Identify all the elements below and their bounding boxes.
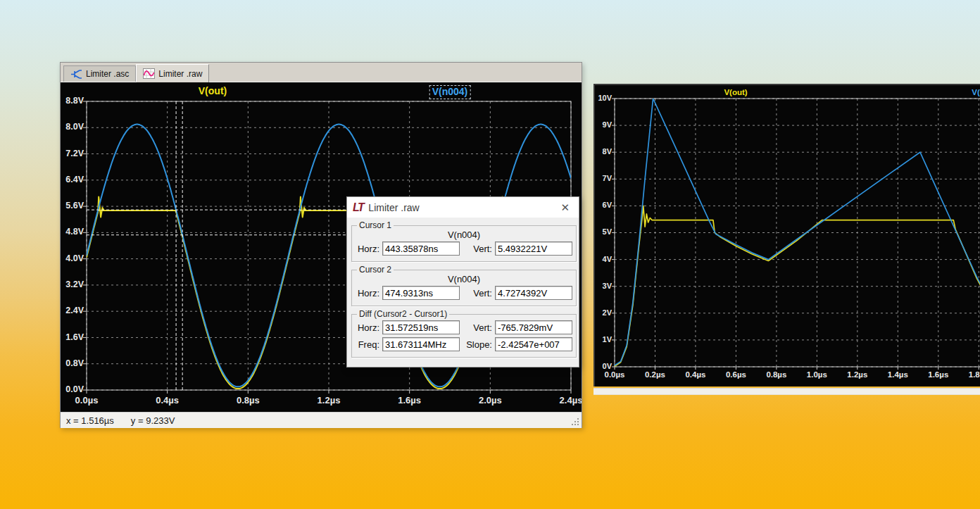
x-tick-label: 0.4µs	[148, 396, 187, 405]
cursor1-group: Cursor 1 V(n004) Horz: Vert:	[351, 220, 577, 262]
status-bar: x = 1.516µs y = 9.233V	[61, 412, 582, 428]
y-tick-label: 0.8V	[61, 359, 84, 368]
freq-label: Freq:	[356, 339, 382, 350]
x-tick-label: 1.2µs	[309, 396, 348, 405]
right-plot-canvas	[595, 85, 980, 387]
cursor2-trace-name: V(n004)	[356, 274, 572, 284]
x-tick-label: 0.0µs	[598, 371, 631, 379]
y-tick-label: 6V	[596, 201, 612, 209]
slope-label: Slope:	[460, 339, 495, 350]
diff-horz-input[interactable]	[382, 320, 460, 334]
x-tick-label: 0.0µs	[67, 396, 106, 405]
diff-row-2: Freq: Slope:	[356, 337, 572, 351]
x-tick-label: 0.8µs	[228, 396, 268, 405]
horz-label: Horz:	[356, 244, 382, 254]
group-label: Diff (Cursor2 - Cursor1)	[357, 309, 449, 319]
cursor1-horz-input[interactable]	[382, 241, 460, 256]
diff-freq-input[interactable]	[382, 337, 460, 351]
x-tick-label: 1.0µs	[800, 371, 833, 379]
legend-V(n004)[interactable]: V(n004)	[972, 87, 980, 97]
y-tick-label: 2.4V	[61, 306, 84, 315]
horz-label: Horz:	[356, 288, 382, 299]
y-tick-label: 8.8V	[61, 96, 84, 106]
x-tick-label: 0.4µs	[679, 371, 712, 379]
x-tick-label: 0.6µs	[720, 371, 752, 379]
cursor2-vert-input[interactable]	[495, 286, 572, 300]
x-tick-label: 0.2µs	[639, 371, 671, 379]
cursor1-vert-input[interactable]	[495, 241, 572, 256]
diff-vert-input[interactable]	[495, 320, 572, 334]
y-tick-label: 3V	[596, 282, 612, 290]
y-tick-label: 1V	[596, 336, 612, 344]
x-tick-label: 2.0µs	[470, 396, 510, 405]
tab-bar: Limiter .asc Limiter .raw	[61, 63, 582, 82]
cursor2-group: Cursor 2 V(n004) Horz: Vert:	[351, 265, 577, 306]
x-tick-label: 1.8µs	[962, 371, 980, 379]
dialog-body: Cursor 1 V(n004) Horz: Vert: Cursor 2 V(…	[347, 218, 579, 358]
dialog-title: Limiter .raw	[368, 202, 553, 213]
y-tick-label: 1.6V	[61, 333, 84, 342]
x-tick-label: 0.8µs	[760, 371, 793, 379]
second-window-statusbar	[593, 388, 980, 395]
x-tick-label: 1.2µs	[841, 371, 874, 379]
y-tick-label: 10V	[596, 94, 612, 102]
schematic-icon	[70, 69, 82, 80]
y-tick-label: 5V	[596, 228, 612, 236]
y-tick-label: 7V	[596, 175, 612, 182]
vert-label: Vert:	[460, 288, 495, 299]
vert-label: Vert:	[460, 322, 495, 333]
cursor-dialog: LT Limiter .raw ✕ Cursor 1 V(n004) Horz:…	[346, 196, 579, 367]
second-plot-window: 0V1V2V3V4V5V6V7V8V9V10V0.0µs0.2µs0.4µs0.…	[593, 84, 980, 387]
x-tick-label: 1.6µs	[390, 396, 429, 405]
horz-label: Horz:	[356, 322, 382, 333]
y-tick-label: 4.8V	[61, 227, 84, 237]
cursor2-horz-input[interactable]	[382, 286, 460, 300]
waveform-plot-2[interactable]: 0V1V2V3V4V5V6V7V8V9V10V0.0µs0.2µs0.4µs0.…	[595, 85, 980, 387]
tab-limiter-asc[interactable]: Limiter .asc	[63, 65, 136, 82]
y-tick-label: 4V	[596, 256, 612, 263]
y-tick-label: 0.0V	[61, 385, 84, 394]
y-tick-label: 7.2V	[61, 149, 84, 158]
diff-slope-input[interactable]	[495, 337, 572, 351]
cursor2-row: Horz: Vert:	[356, 286, 572, 300]
tab-label: Limiter .raw	[158, 69, 202, 79]
waveform-icon	[143, 68, 155, 79]
desktop-background: Limiter .asc Limiter .raw 0.0V0.8V1.6V2.…	[0, 0, 980, 509]
group-label: Cursor 1	[357, 220, 394, 230]
y-tick-label: 6.4V	[61, 175, 84, 184]
resize-grip[interactable]	[571, 417, 580, 427]
legend-V(n004)[interactable]: V(n004)	[429, 85, 471, 99]
y-tick-label: 8V	[596, 148, 612, 156]
y-tick-label: 8.0V	[61, 122, 84, 132]
x-tick-label: 1.4µs	[881, 371, 914, 379]
legend-V(out)[interactable]: V(out)	[199, 85, 227, 98]
y-tick-label: 3.2V	[61, 280, 84, 289]
y-tick-label: 9V	[596, 121, 612, 129]
legend-V(out)[interactable]: V(out)	[724, 87, 747, 97]
dialog-titlebar[interactable]: LT Limiter .raw ✕	[347, 197, 579, 218]
y-tick-label: 5.6V	[61, 201, 84, 210]
group-label: Cursor 2	[357, 265, 394, 275]
y-tick-label: 4.0V	[61, 254, 84, 263]
tab-label: Limiter .asc	[86, 69, 129, 79]
status-y-readout: y = 9.233V	[131, 415, 175, 426]
diff-group: Diff (Cursor2 - Cursor1) Horz: Vert: Fre…	[351, 309, 577, 358]
y-tick-label: 2V	[596, 309, 612, 317]
close-icon[interactable]: ✕	[558, 201, 572, 214]
cursor1-row: Horz: Vert:	[356, 241, 572, 256]
status-x-readout: x = 1.516µs	[66, 415, 114, 426]
cursor1-trace-name: V(n004)	[356, 230, 572, 240]
y-tick-label: 0V	[596, 363, 612, 370]
tab-limiter-raw[interactable]: Limiter .raw	[136, 64, 209, 82]
trace-V(n004)[interactable]	[615, 99, 980, 365]
x-tick-label: 2.4µs	[551, 396, 582, 405]
x-tick-label: 1.6µs	[922, 371, 955, 379]
diff-row-1: Horz: Vert:	[356, 320, 572, 334]
lt-logo-icon: LT	[353, 201, 363, 214]
vert-label: Vert:	[460, 244, 495, 254]
